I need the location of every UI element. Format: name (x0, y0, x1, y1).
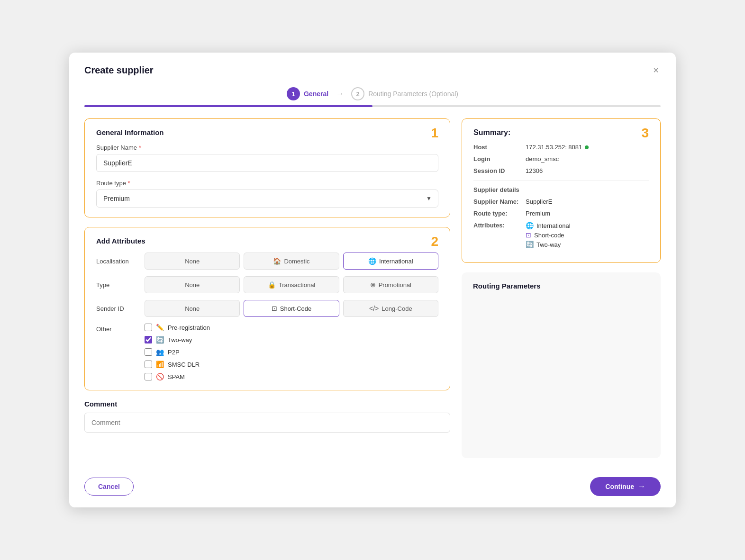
two-way-icon: 🔄 (156, 336, 164, 343)
right-panel: 3 Summary: Host 172.31.53.252: 8081 Logi… (462, 118, 661, 458)
login-value: demo_smsc (526, 155, 559, 163)
summary-international-icon: 🌐 (526, 222, 534, 229)
two-way-label: Two-way (168, 336, 192, 343)
summary-twoway-icon: 🔄 (526, 241, 534, 248)
supplier-name-label: Supplier Name * (96, 144, 438, 151)
step-2-label: Routing Parameters (Optional) (368, 90, 458, 98)
left-panel: 1 General Information Supplier Name * Ro… (84, 118, 450, 458)
step-1-label: General (304, 90, 328, 98)
shortcode-icon: ⊡ (272, 305, 277, 312)
attributes-section-title: Add Attributes (96, 237, 438, 245)
continue-arrow-icon: → (638, 482, 645, 491)
host-status-dot (585, 145, 589, 149)
sender-id-row: Sender ID None ⊡ Short-Code </> Long-Cod… (96, 300, 438, 317)
summary-shortcode-label: Short-code (534, 232, 564, 239)
smsc-dlr-icon: 📶 (156, 361, 164, 368)
close-button[interactable]: × (651, 63, 661, 78)
smsc-dlr-row: 📶 SMSC DLR (145, 361, 210, 368)
routing-parameters-section: Routing Parameters (462, 272, 661, 458)
type-transactional-label: Transactional (279, 281, 316, 289)
add-attributes-section: 2 Add Attributes Localisation None 🏠 Dom… (84, 227, 450, 390)
localisation-domestic-btn[interactable]: 🏠 Domestic (244, 253, 339, 270)
routing-parameters-title: Routing Parameters (473, 282, 649, 290)
comment-section: Comment (84, 400, 450, 436)
type-promotional-btn[interactable]: ⊗ Promotional (343, 276, 438, 293)
cancel-button[interactable]: Cancel (84, 478, 134, 496)
supplier-name-input[interactable] (96, 154, 438, 172)
smsc-dlr-label: SMSC DLR (168, 361, 200, 368)
type-none-btn[interactable]: None (145, 276, 240, 293)
type-label: Type (96, 281, 139, 289)
step-arrow: → (336, 90, 344, 98)
smsc-dlr-checkbox[interactable] (145, 361, 152, 368)
route-type-label: Route type * (96, 180, 438, 187)
spam-row: 🚫 SPAM (145, 373, 210, 380)
sender-id-none-btn[interactable]: None (145, 300, 240, 317)
domestic-icon: 🏠 (273, 257, 281, 265)
summary-shortcode-icon: ⊡ (526, 231, 531, 239)
localisation-international-btn[interactable]: 🌐 International (343, 253, 438, 270)
summary-supplier-name-value: SupplierE (526, 198, 552, 205)
session-id-key: Session ID (473, 167, 526, 174)
type-buttons: None 🔒 Transactional ⊗ Promotional (145, 276, 438, 293)
comment-input[interactable] (84, 413, 450, 433)
summary-divider (473, 180, 649, 181)
continue-button[interactable]: Continue → (590, 477, 661, 496)
localisation-label: Localisation (96, 258, 139, 265)
type-transactional-btn[interactable]: 🔒 Transactional (244, 276, 339, 293)
pre-registration-checkbox[interactable] (145, 324, 152, 331)
host-row: Host 172.31.53.252: 8081 (473, 144, 649, 151)
summary-box: 3 Summary: Host 172.31.53.252: 8081 Logi… (462, 118, 661, 263)
other-section: Other ✏️ Pre-registration 🔄 Two-way (96, 324, 438, 380)
login-key: Login (473, 155, 526, 163)
summary-supplier-name-row: Supplier Name: SupplierE (473, 198, 649, 205)
spam-checkbox[interactable] (145, 373, 152, 380)
pre-registration-row: ✏️ Pre-registration (145, 324, 210, 331)
pre-registration-icon: ✏️ (156, 324, 164, 331)
spam-icon: 🚫 (156, 373, 164, 380)
two-way-row: 🔄 Two-way (145, 336, 210, 343)
other-checkboxes: ✏️ Pre-registration 🔄 Two-way 👥 P2P (145, 324, 210, 380)
step-1: 1 General (287, 87, 328, 100)
supplier-details-title: Supplier details (473, 186, 649, 193)
other-label: Other (96, 324, 139, 333)
p2p-icon: 👥 (156, 348, 164, 356)
localisation-international-label: International (379, 258, 413, 265)
route-type-select[interactable]: Premium Standard Economy (96, 190, 438, 208)
progress-bar-container (69, 100, 676, 107)
two-way-checkbox[interactable] (145, 336, 152, 343)
summary-attr-shortcode: ⊡ Short-code (526, 231, 571, 239)
sender-id-label: Sender ID (96, 305, 139, 312)
p2p-checkbox[interactable] (145, 348, 152, 356)
summary-route-type-key: Route type: (473, 210, 526, 217)
sender-id-longcode-label: Long-Code (382, 305, 412, 312)
stepper: 1 General → 2 Routing Parameters (Option… (69, 78, 676, 100)
localisation-row: Localisation None 🏠 Domestic 🌐 Internati… (96, 253, 438, 270)
comment-label: Comment (84, 400, 450, 408)
supplier-name-required: * (139, 144, 141, 151)
sender-id-none-label: None (185, 305, 200, 312)
type-none-label: None (185, 281, 200, 289)
summary-attributes-key: Attributes: (473, 222, 526, 248)
type-row: Type None 🔒 Transactional ⊗ Promotional (96, 276, 438, 293)
sender-id-shortcode-btn[interactable]: ⊡ Short-Code (244, 300, 339, 317)
localisation-none-btn[interactable]: None (145, 253, 240, 270)
attributes-section-number: 2 (431, 234, 438, 249)
sender-id-buttons: None ⊡ Short-Code </> Long-Code (145, 300, 438, 317)
localisation-none-label: None (185, 258, 200, 265)
summary-attributes-row: Attributes: 🌐 International ⊡ Short-code… (473, 222, 649, 248)
sender-id-longcode-btn[interactable]: </> Long-Code (343, 300, 438, 317)
host-key: Host (473, 144, 526, 151)
modal-footer: Cancel Continue → (69, 470, 676, 507)
host-value: 172.31.53.252: 8081 (526, 144, 589, 151)
spam-label: SPAM (168, 373, 185, 380)
summary-title: Summary: (473, 128, 649, 137)
summary-number: 3 (641, 126, 649, 141)
summary-attr-international: 🌐 International (526, 222, 571, 229)
step-1-circle: 1 (287, 87, 300, 100)
localisation-domestic-label: Domestic (284, 258, 309, 265)
summary-attr-twoway: 🔄 Two-way (526, 241, 571, 248)
p2p-row: 👥 P2P (145, 348, 210, 356)
longcode-icon: </> (369, 305, 379, 312)
session-id-value: 12306 (526, 167, 543, 174)
